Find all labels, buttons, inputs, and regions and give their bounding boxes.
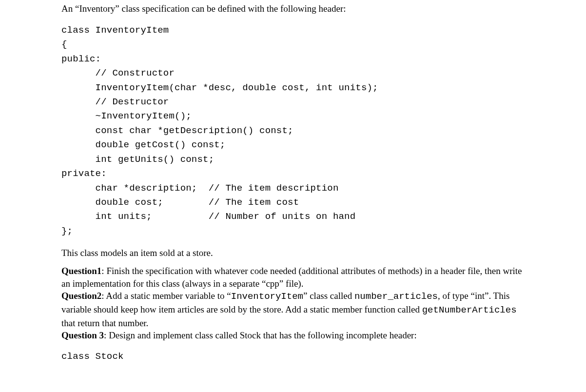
question2-code-number-articles: number_articles — [354, 291, 438, 302]
code-block-inventoryitem: class InventoryItem { public: // Constru… — [61, 23, 527, 239]
question1-text: : Finish the specification with whatever… — [61, 266, 522, 289]
intro-paragraph: An “Inventory” class specification can b… — [61, 3, 527, 15]
question3-label: Question 3 — [61, 330, 104, 340]
question2-code-inventoryitem: InventoryItem — [231, 291, 303, 302]
question2-text-d: that return that number. — [61, 318, 148, 328]
questions-section: Question1: Finish the specification with… — [61, 265, 527, 342]
question2-label: Question2 — [61, 291, 101, 301]
document-page: An “Inventory” class specification can b… — [0, 0, 586, 364]
question2-code-getnumberarticles: getNumberArticles — [422, 305, 517, 315]
description-paragraph: This class models an item sold at a stor… — [61, 247, 527, 259]
question1-label: Question1 — [61, 266, 101, 276]
code-block-stock: class Stock — [61, 350, 527, 364]
question2-text-a: : Add a static member variable to “ — [101, 291, 231, 301]
question2-text-b: ” class called — [303, 291, 354, 301]
question3-text: : Design and implement class called Stoc… — [104, 330, 417, 340]
